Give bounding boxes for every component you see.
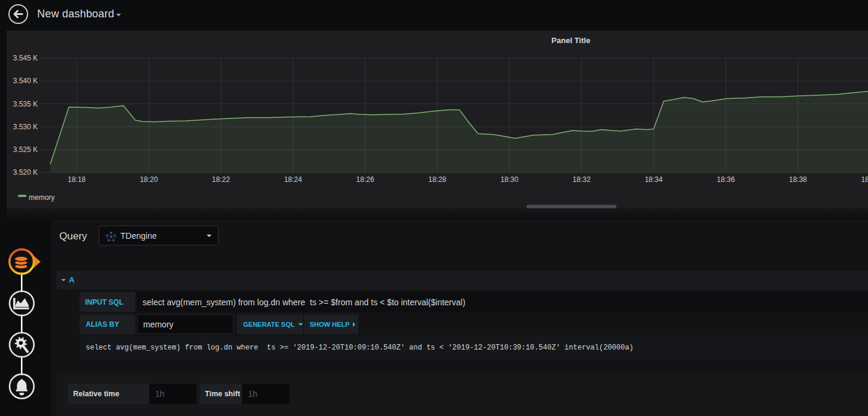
svg-text:18:28: 18:28 <box>428 175 446 184</box>
svg-text:18:30: 18:30 <box>500 175 518 184</box>
svg-text:3.525 K: 3.525 K <box>13 145 38 154</box>
svg-text:18:40: 18:40 <box>861 175 868 184</box>
svg-text:3.540 K: 3.540 K <box>13 77 38 85</box>
svg-text:18:36: 18:36 <box>717 175 735 184</box>
svg-text:3.530 K: 3.530 K <box>13 123 38 131</box>
svg-text:3.545 K: 3.545 K <box>13 54 38 62</box>
svg-text:18:24: 18:24 <box>284 175 302 184</box>
svg-text:18:26: 18:26 <box>356 175 374 184</box>
svg-text:memory: memory <box>29 193 55 202</box>
svg-text:18:18: 18:18 <box>68 175 86 184</box>
svg-text:3.535 K: 3.535 K <box>13 100 38 108</box>
svg-text:18:20: 18:20 <box>140 175 158 184</box>
svg-text:18:32: 18:32 <box>573 175 591 184</box>
svg-text:18:38: 18:38 <box>789 175 807 184</box>
svg-text:18:34: 18:34 <box>645 175 663 184</box>
svg-text:3.520 K: 3.520 K <box>13 168 38 177</box>
svg-text:18:22: 18:22 <box>212 175 230 184</box>
